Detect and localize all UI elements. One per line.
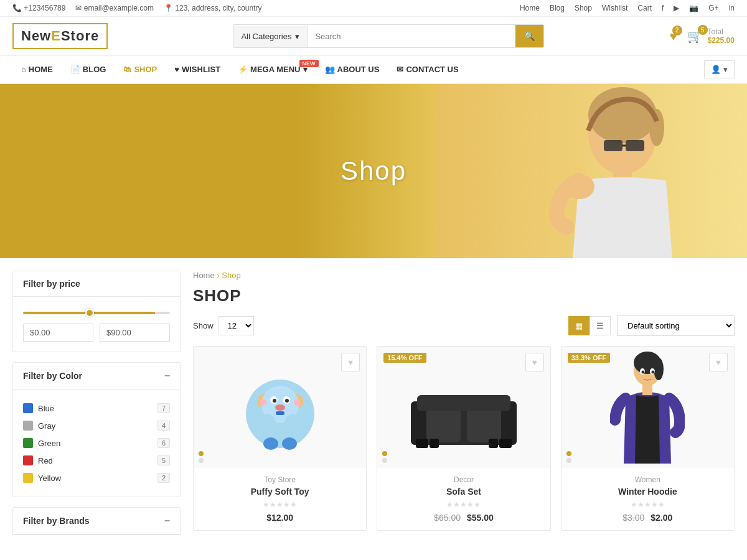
breadcrumb-current: Shop bbox=[222, 271, 240, 280]
color-gray-label: Gray bbox=[38, 421, 55, 431]
product-dots-hoodie bbox=[566, 451, 571, 463]
topbar-home-link[interactable]: Home bbox=[520, 4, 540, 12]
product-name-hoodie: Winter Hoodie bbox=[569, 487, 726, 497]
email-address: email@example.com bbox=[84, 4, 154, 12]
product-wishlist-btn-hoodie[interactable]: ♥ bbox=[709, 353, 728, 371]
phone-icon: 📞 bbox=[12, 4, 22, 12]
product-wishlist-btn-toy[interactable]: ♥ bbox=[341, 353, 360, 371]
color-swatch-blue bbox=[23, 403, 33, 413]
search-bar: All Categories ▾ 🔍 bbox=[233, 24, 544, 48]
product-badge-sofa: 15.4% OFF bbox=[383, 353, 426, 363]
filter-brands-collapse-icon[interactable]: − bbox=[164, 515, 170, 526]
sort-select[interactable]: Default sorting Sort by popularity Sort … bbox=[617, 315, 735, 336]
logo[interactable]: NewEStore bbox=[12, 23, 108, 49]
svg-point-15 bbox=[273, 399, 276, 403]
nav-contact[interactable]: ✉ CONTACT US bbox=[388, 56, 467, 83]
list-view-button[interactable]: ☰ bbox=[590, 316, 611, 335]
list-view-icon: ☰ bbox=[596, 321, 604, 330]
filter-price-header: Filter by price bbox=[13, 271, 180, 297]
navbar: ⌂ HOME 📄 BLOG 🛍 SHOP ♥ WISHLIST ⚡ MEGA M… bbox=[0, 56, 747, 84]
svg-point-23 bbox=[260, 399, 266, 406]
color-green-label: Green bbox=[38, 439, 60, 448]
svg-rect-7 bbox=[626, 140, 644, 151]
sidebar: Filter by price Filter by Color − bbox=[12, 271, 181, 545]
nav-mega-menu[interactable]: ⚡ MEGA MENU ▾ NEW bbox=[229, 56, 316, 83]
fb-icon[interactable]: f bbox=[662, 4, 664, 12]
svg-rect-33 bbox=[430, 439, 439, 448]
header: NewEStore All Categories ▾ 🔍 ♥ 2 🛒 5 Tot… bbox=[0, 17, 747, 56]
price-inputs bbox=[23, 324, 170, 342]
search-button[interactable]: 🔍 bbox=[515, 25, 543, 47]
nav-wishlist[interactable]: ♥ WISHLIST bbox=[166, 56, 229, 83]
linkedin-icon[interactable]: in bbox=[729, 4, 735, 12]
nav-home-label: HOME bbox=[29, 65, 53, 74]
svg-rect-6 bbox=[604, 140, 622, 151]
color-blue-left: Blue bbox=[23, 403, 54, 413]
nav-about[interactable]: 👥 ABOUT US bbox=[316, 56, 388, 83]
nav-right: 👤 ▾ bbox=[704, 60, 735, 78]
filter-color-collapse-icon[interactable]: − bbox=[164, 370, 170, 381]
color-item-yellow[interactable]: Yellow 2 bbox=[23, 469, 170, 487]
yt-icon[interactable]: ▶ bbox=[674, 4, 679, 12]
nav-blog-label: BLOG bbox=[83, 65, 106, 74]
shop-content: Home › Shop SHOP Show 12 24 36 48 ▦ bbox=[193, 271, 735, 545]
email-icon: ✉ bbox=[75, 4, 82, 12]
svg-point-16 bbox=[285, 399, 289, 403]
color-swatch-gray bbox=[23, 421, 33, 431]
color-blue-count: 7 bbox=[157, 403, 170, 413]
nav-shop[interactable]: 🛍 SHOP bbox=[115, 56, 166, 83]
breadcrumb-home-link[interactable]: Home bbox=[193, 271, 215, 280]
svg-rect-18 bbox=[276, 411, 284, 415]
color-red-count: 5 bbox=[157, 455, 170, 465]
color-item-gray[interactable]: Gray 4 bbox=[23, 417, 170, 434]
cart-icon-btn[interactable]: 🛒 5 bbox=[687, 29, 703, 44]
price-slider[interactable] bbox=[23, 312, 170, 314]
svg-point-21 bbox=[263, 437, 278, 450]
show-select[interactable]: 12 24 36 48 bbox=[218, 316, 254, 335]
filter-price-title: Filter by price bbox=[23, 279, 80, 289]
filter-brands-section: Filter by Brands − bbox=[12, 507, 181, 535]
product-img-hoodie: 33.3% OFF ♥ bbox=[561, 347, 734, 468]
color-item-blue[interactable]: Blue 7 bbox=[23, 399, 170, 417]
topbar-cart-link[interactable]: Cart bbox=[637, 4, 652, 12]
hero-title: Shop bbox=[341, 156, 406, 186]
color-item-green[interactable]: Green 6 bbox=[23, 434, 170, 452]
topbar-blog-link[interactable]: Blog bbox=[550, 4, 565, 12]
product-price-toy: $12.00 bbox=[201, 513, 359, 523]
topbar-right: Home Blog Shop Wishlist Cart f ▶ 📷 G+ in bbox=[520, 4, 735, 12]
price-max-input[interactable] bbox=[100, 324, 170, 342]
wishlist-nav-icon: ♥ bbox=[174, 65, 179, 74]
search-input[interactable] bbox=[308, 26, 515, 47]
address-info: 📍 123, address, city, country bbox=[164, 4, 262, 12]
product-info-toy: Toy Store Puffy Soft Toy ★★★★★ $12.00 bbox=[194, 468, 366, 530]
product-sale-price-sofa: $55.00 bbox=[467, 513, 494, 523]
nav-wishlist-label: WISHLIST bbox=[182, 65, 220, 74]
nav-mega-label: MEGA MENU bbox=[250, 65, 300, 74]
svg-point-22 bbox=[282, 437, 297, 450]
topbar-shop-link[interactable]: Shop bbox=[575, 4, 592, 12]
product-wishlist-btn-sofa[interactable]: ♥ bbox=[525, 353, 544, 371]
category-chevron-icon: ▾ bbox=[295, 32, 299, 41]
product-sale-price-hoodie: $2.00 bbox=[651, 513, 672, 523]
category-dropdown[interactable]: All Categories ▾ bbox=[233, 26, 308, 47]
product-dots-toy bbox=[199, 451, 204, 463]
price-min-input[interactable] bbox=[23, 324, 93, 342]
grid-view-button[interactable]: ▦ bbox=[568, 316, 590, 335]
color-yellow-left: Yellow bbox=[23, 473, 61, 483]
product-category-toy: Toy Store bbox=[201, 475, 359, 484]
product-original-price-sofa: $65.00 bbox=[434, 513, 461, 523]
svg-point-41 bbox=[642, 370, 645, 373]
nav-blog[interactable]: 📄 BLOG bbox=[62, 56, 115, 83]
wishlist-icon-btn[interactable]: ♥ 2 bbox=[670, 29, 677, 44]
cart-area[interactable]: 🛒 5 Total $225.00 bbox=[687, 27, 735, 45]
gplus-icon[interactable]: G+ bbox=[708, 4, 718, 12]
user-account-btn[interactable]: 👤 ▾ bbox=[704, 60, 735, 78]
sofa-dot-2 bbox=[382, 458, 387, 463]
email-info: ✉ email@example.com bbox=[75, 4, 154, 12]
nav-left: ⌂ HOME 📄 BLOG 🛍 SHOP ♥ WISHLIST ⚡ MEGA M… bbox=[12, 56, 467, 83]
nav-home[interactable]: ⌂ HOME bbox=[12, 56, 62, 83]
topbar-wishlist-link[interactable]: Wishlist bbox=[602, 4, 627, 12]
filter-brands-header: Filter by Brands − bbox=[13, 508, 180, 534]
color-item-red[interactable]: Red 5 bbox=[23, 452, 170, 469]
ig-icon[interactable]: 📷 bbox=[689, 4, 698, 12]
